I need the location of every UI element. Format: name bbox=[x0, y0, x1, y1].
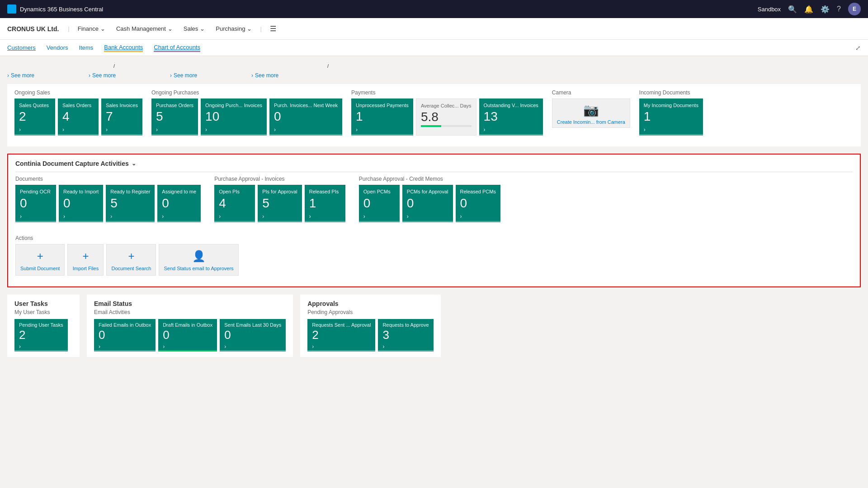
see-more-2[interactable]: › See more bbox=[89, 72, 116, 79]
sales-invoices-tile[interactable]: Sales Invoices 7 › bbox=[101, 99, 142, 136]
email-status-title: Email Status bbox=[94, 300, 286, 307]
email-status-section: Email Status Email Activities Failed Ema… bbox=[87, 295, 293, 357]
requests-sent-approval-tile[interactable]: Requests Sent ... Approval 2 › bbox=[307, 319, 375, 352]
see-more-3[interactable]: › See more bbox=[170, 72, 197, 79]
released-pcms-tile[interactable]: Released PCMs 0 › bbox=[456, 185, 500, 222]
email-status-tiles: Failed Emails in Outbox 0 › Draft Emails… bbox=[94, 319, 286, 352]
incoming-documents-section: Incoming Documents My Incoming Documents… bbox=[639, 89, 703, 136]
see-more-1[interactable]: › See more bbox=[7, 72, 34, 79]
help-icon[interactable]: ? bbox=[837, 5, 841, 13]
outstanding-v-invoices-tile[interactable]: Outstanding V... Invoices 13 › bbox=[479, 99, 543, 136]
section-divider bbox=[15, 172, 853, 172]
purchase-orders-tile[interactable]: Purchase Orders 5 › bbox=[151, 99, 198, 136]
send-status-email-action[interactable]: 👤 Send Status email to Approvers bbox=[159, 244, 238, 276]
settings-icon[interactable]: ⚙️ bbox=[821, 5, 830, 14]
continia-section: Continia Document Capture Activities ⌄ D… bbox=[7, 154, 861, 287]
submit-document-action[interactable]: + Submit Document bbox=[15, 244, 65, 276]
nav-purchasing[interactable]: Purchasing ⌄ bbox=[211, 18, 256, 40]
ready-to-import-tile[interactable]: Ready to Import 0 › bbox=[59, 185, 103, 222]
nav-cash-management[interactable]: Cash Management ⌄ bbox=[112, 18, 177, 40]
camera-action-label: Create Incomin... from Camera bbox=[557, 119, 625, 125]
pis-for-approval-tile[interactable]: PIs for Approval 5 › bbox=[258, 185, 302, 222]
see-more-row: / / bbox=[7, 63, 861, 70]
see-more-links-row: › See more › See more › See more › See m… bbox=[7, 72, 861, 79]
nav-divider: | bbox=[68, 25, 69, 32]
unprocessed-payments-tile[interactable]: Unprocessed Payments 1 › bbox=[351, 99, 413, 136]
sales-quotes-tile[interactable]: Sales Quotes 2 › bbox=[14, 99, 55, 136]
draft-emails-tile[interactable]: Draft Emails in Outbox 0 › bbox=[158, 319, 217, 352]
action-tiles-row: + Submit Document + Import Files + Docum… bbox=[15, 244, 853, 276]
chevron-down-icon[interactable]: ⌄ bbox=[132, 160, 136, 167]
ongoing-purch-invoices-tile[interactable]: Ongoing Purch... Invoices 10 › bbox=[201, 99, 267, 136]
camera-section: Camera 📷 Create Incomin... from Camera bbox=[552, 89, 630, 128]
secondary-nav: CRONUS UK Ltd. | Finance ⌄ Cash Manageme… bbox=[0, 18, 868, 40]
user-tasks-subtitle: My User Tasks bbox=[14, 309, 72, 315]
chevron-down-icon: ⌄ bbox=[100, 25, 105, 32]
email-activities-subtitle: Email Activities bbox=[94, 309, 286, 315]
avg-collect-days-tile[interactable]: Average Collec... Days 5.8 bbox=[416, 99, 476, 136]
pcms-for-approval-tile[interactable]: PCMs for Approval 0 › bbox=[402, 185, 453, 222]
pending-ocr-tile[interactable]: Pending OCR 0 › bbox=[15, 185, 56, 222]
search-icon[interactable]: 🔍 bbox=[788, 5, 797, 14]
continia-documents: Documents Pending OCR 0 › Ready to Impor… bbox=[15, 176, 201, 222]
plus-icon: + bbox=[128, 250, 134, 263]
hamburger-menu[interactable]: ☰ bbox=[265, 24, 281, 33]
bottom-sections: User Tasks My User Tasks Pending User Ta… bbox=[7, 295, 861, 357]
incoming-docs-tiles: My Incoming Documents 1 › bbox=[639, 99, 703, 136]
tile-bottom-bar bbox=[101, 134, 142, 136]
ongoing-purchases-section: Ongoing Purchases Purchase Orders 5 › On… bbox=[151, 89, 342, 136]
nav-finance[interactable]: Finance ⌄ bbox=[73, 18, 110, 40]
purchase-invoices-tiles: Open PIs 4 › PIs for Approval 5 › Releas… bbox=[214, 185, 345, 222]
ready-to-register-tile[interactable]: Ready to Register 5 › bbox=[106, 185, 155, 222]
top-bar-right: Sandbox 🔍 🔔 ⚙️ ? E bbox=[758, 3, 861, 15]
open-pcms-tile[interactable]: Open PCMs 0 › bbox=[359, 185, 400, 222]
tile-arrow: › bbox=[19, 127, 51, 133]
chevron-down-icon: ⌄ bbox=[200, 25, 205, 32]
import-files-action[interactable]: + Import Files bbox=[67, 244, 104, 276]
incoming-documents-label: Incoming Documents bbox=[639, 89, 703, 96]
tile-bottom-bar bbox=[58, 134, 99, 136]
plus-icon: + bbox=[37, 250, 43, 263]
camera-icon: 📷 bbox=[583, 103, 599, 117]
chevron-down-icon: ⌄ bbox=[168, 25, 173, 32]
see-more-4[interactable]: › See more bbox=[251, 72, 278, 79]
released-pis-tile[interactable]: Released PIs 1 › bbox=[305, 185, 345, 222]
chevron-down-icon: ⌄ bbox=[247, 25, 252, 32]
sales-orders-tile[interactable]: Sales Orders 4 › bbox=[58, 99, 99, 136]
nav-divider2: | bbox=[260, 25, 261, 32]
quick-link-customers[interactable]: Customers bbox=[7, 44, 36, 51]
approvals-title: Approvals bbox=[307, 300, 433, 307]
user-avatar[interactable]: E bbox=[848, 3, 861, 15]
quick-link-bank-accounts[interactable]: Bank Accounts bbox=[104, 44, 143, 52]
documents-label: Documents bbox=[15, 176, 201, 182]
sent-emails-tile[interactable]: Sent Emails Last 30 Days 0 › bbox=[220, 319, 286, 352]
camera-tile[interactable]: 📷 Create Incomin... from Camera bbox=[552, 99, 630, 128]
app-icon bbox=[7, 5, 16, 14]
open-pis-tile[interactable]: Open PIs 4 › bbox=[214, 185, 255, 222]
ongoing-purchases-label: Ongoing Purchases bbox=[151, 89, 342, 96]
pending-user-tasks-tile[interactable]: Pending User Tasks 2 › bbox=[14, 319, 68, 352]
purchase-credit-tiles: Open PCMs 0 › PCMs for Approval 0 › Rele… bbox=[359, 185, 500, 222]
approvals-tiles: Requests Sent ... Approval 2 › Requests … bbox=[307, 319, 433, 352]
tile-arrow: › bbox=[62, 127, 94, 133]
environment-label: Sandbox bbox=[758, 6, 781, 13]
top-bar-left: Dynamics 365 Business Central bbox=[7, 5, 103, 14]
continia-title: Continia Document Capture Activities ⌄ bbox=[15, 160, 853, 167]
quick-link-items[interactable]: Items bbox=[79, 44, 94, 51]
payments-tiles: Unprocessed Payments 1 › Average Collec.… bbox=[351, 99, 543, 136]
pending-approvals-subtitle: Pending Approvals bbox=[307, 309, 433, 315]
purch-invoices-next-week-tile[interactable]: Purch. Invoices... Next Week 0 › bbox=[269, 99, 342, 136]
expand-icon[interactable]: ⤢ bbox=[855, 44, 861, 52]
quick-link-vendors[interactable]: Vendors bbox=[47, 44, 68, 51]
quick-link-chart-of-accounts[interactable]: Chart of Accounts bbox=[154, 44, 200, 52]
document-search-action[interactable]: + Document Search bbox=[106, 244, 156, 276]
purchase-invoices-label: Purchase Approval - Invoices bbox=[214, 176, 345, 182]
ongoing-sales-label: Ongoing Sales bbox=[14, 89, 142, 96]
requests-to-approve-tile[interactable]: Requests to Approve 3 › bbox=[378, 319, 433, 352]
my-incoming-documents-tile[interactable]: My Incoming Documents 1 › bbox=[639, 99, 703, 136]
assigned-to-me-tile[interactable]: Assigned to me 0 › bbox=[157, 185, 201, 222]
failed-emails-tile[interactable]: Failed Emails in Outbox 0 › bbox=[94, 319, 156, 352]
bell-icon[interactable]: 🔔 bbox=[804, 5, 813, 14]
continia-docs-tiles: Pending OCR 0 › Ready to Import 0 › Read… bbox=[15, 185, 201, 222]
nav-sales[interactable]: Sales ⌄ bbox=[179, 18, 210, 40]
